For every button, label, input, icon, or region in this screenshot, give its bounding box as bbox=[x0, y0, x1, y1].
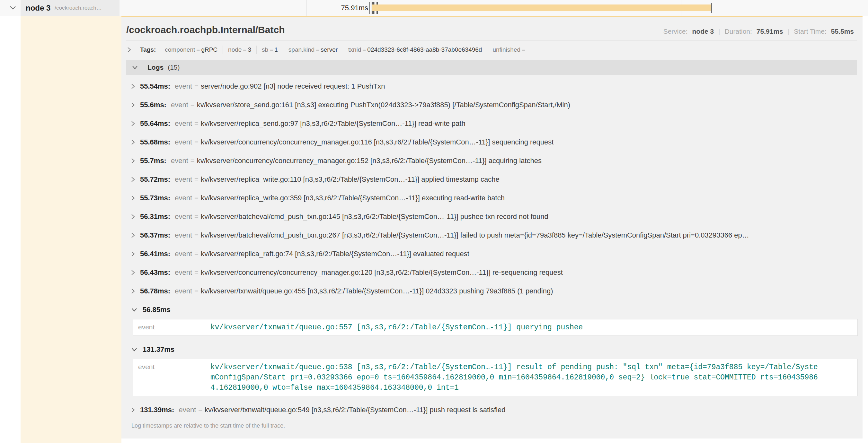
meta-separator: | bbox=[788, 28, 789, 35]
log-entry-collapsed[interactable]: 55.73ms: event = kv/kvserver/replica_wri… bbox=[131, 189, 857, 207]
log-timestamp: 56.37ms: bbox=[140, 231, 170, 239]
chevron-right-icon[interactable] bbox=[131, 213, 135, 220]
duration-value: 75.91ms bbox=[756, 28, 783, 35]
operation-name: /cockroach.roach… bbox=[55, 5, 101, 11]
log-entry-collapsed[interactable]: 131.39ms: event = kv/kvserver/txnwait/qu… bbox=[131, 401, 857, 419]
log-field-key: event bbox=[179, 406, 196, 414]
span-tree-offset[interactable] bbox=[21, 16, 121, 443]
service-label: Service: bbox=[663, 28, 688, 35]
log-entry-collapsed[interactable]: 55.7ms: event = kv/kvserver/concurrency/… bbox=[131, 151, 857, 170]
log-timestamp: 55.72ms: bbox=[140, 175, 170, 183]
chevron-down-icon[interactable] bbox=[131, 308, 138, 312]
tag-item[interactable]: node=3 bbox=[223, 45, 256, 54]
log-entry-collapsed[interactable]: 56.41ms: event = kv/kvserver/replica_raf… bbox=[131, 245, 857, 263]
chevron-right-icon[interactable] bbox=[131, 232, 135, 239]
log-message: kv/kvserver/replica_raft.go:74 [n3,s3,r6… bbox=[201, 250, 469, 258]
logs-count: (15) bbox=[168, 64, 180, 71]
equals-sign: = bbox=[194, 212, 198, 221]
chevron-right-icon[interactable] bbox=[131, 176, 135, 183]
log-entry-expanded-header[interactable]: 56.85ms bbox=[131, 301, 857, 319]
log-field-key: event bbox=[175, 82, 192, 91]
span-detail-panel: /cockroach.roachpb.Internal/Batch Servic… bbox=[121, 16, 863, 439]
chevron-right-icon[interactable] bbox=[131, 269, 135, 276]
tags-accordion[interactable]: Tags: component=gRPC node=3 sb=1 span.ki… bbox=[126, 41, 857, 58]
log-entry-collapsed[interactable]: 55.68ms: event = kv/kvserver/concurrency… bbox=[131, 133, 857, 151]
chevron-right-icon[interactable] bbox=[131, 101, 135, 108]
meta-separator: | bbox=[718, 28, 720, 35]
log-field-key: event bbox=[175, 231, 192, 239]
log-message: kv/kvserver/concurrency/concurrency_mana… bbox=[197, 157, 541, 165]
span-bar-end-marker bbox=[711, 3, 712, 13]
start-time-value: 55.5ms bbox=[831, 28, 854, 35]
tags-label: Tags: bbox=[140, 46, 156, 53]
tag-key: span.kind bbox=[288, 46, 314, 53]
log-field-key: event bbox=[171, 157, 188, 165]
chevron-right-icon[interactable] bbox=[131, 287, 135, 295]
chevron-right-icon[interactable] bbox=[131, 250, 135, 258]
log-event-value: kv/kvserver/txnwait/queue.go:538 [n3,s3,… bbox=[210, 362, 821, 393]
chevron-right-icon[interactable] bbox=[131, 157, 135, 164]
chevron-right-icon[interactable] bbox=[131, 139, 135, 146]
chevron-down-icon[interactable] bbox=[131, 347, 138, 352]
log-entry-collapsed[interactable]: 55.6ms: event = kv/kvserver/store_send.g… bbox=[131, 96, 857, 114]
span-meta: Service: node 3 | Duration: 75.91ms | St… bbox=[663, 28, 857, 35]
logs-accordion-header[interactable]: Logs (15) bbox=[126, 60, 857, 75]
tag-item[interactable]: txnid=024d3323-6c8f-4863-aa8b-37ab0e6349… bbox=[343, 45, 487, 54]
log-entry-collapsed[interactable]: 56.37ms: event = kv/kvserver/batcheval/c… bbox=[131, 226, 857, 245]
tag-item[interactable]: sb=1 bbox=[256, 45, 283, 54]
log-entry-collapsed[interactable]: 56.31ms: event = kv/kvserver/batcheval/c… bbox=[131, 207, 857, 226]
log-field-key: event bbox=[175, 287, 192, 295]
log-entry-collapsed[interactable]: 55.64ms: event = kv/kvserver/replica_sen… bbox=[131, 114, 857, 133]
log-message: kv/kvserver/store_send.go:161 [n3,s3] ex… bbox=[197, 101, 570, 109]
logs-title: Logs bbox=[148, 64, 163, 71]
log-field-key: event bbox=[175, 250, 192, 258]
equals-sign: = bbox=[194, 194, 198, 202]
tag-key: txnid bbox=[348, 46, 361, 53]
log-field-key: event bbox=[133, 322, 210, 331]
log-field-key: event bbox=[175, 268, 192, 277]
tag-item[interactable]: span.kind=server bbox=[283, 45, 343, 54]
log-entry-collapsed[interactable]: 55.54ms: event = server/node.go:902 [n3]… bbox=[131, 77, 857, 96]
equals-sign: = bbox=[194, 287, 198, 295]
service-value: node 3 bbox=[692, 28, 714, 35]
log-message: kv/kvserver/replica_write.go:359 [n3,s3,… bbox=[201, 194, 505, 202]
equals-sign: = bbox=[194, 250, 198, 258]
log-message: kv/kvserver/txnwait/queue.go:455 [n3,s3,… bbox=[201, 287, 553, 295]
chevron-right-icon[interactable] bbox=[131, 195, 135, 202]
tag-value: 1 bbox=[274, 46, 278, 53]
equals-sign: = bbox=[194, 82, 198, 91]
chevron-right-icon[interactable] bbox=[127, 46, 131, 53]
tag-value: 3 bbox=[248, 46, 251, 53]
log-timestamp: 56.41ms: bbox=[140, 250, 170, 258]
span-collapse-chevron-down-icon[interactable] bbox=[9, 5, 17, 10]
tag-item[interactable]: unfinished= bbox=[487, 45, 532, 54]
equals-sign: = bbox=[268, 46, 274, 53]
chevron-right-icon[interactable] bbox=[131, 83, 135, 90]
equals-sign: = bbox=[190, 157, 195, 165]
chevron-down-icon[interactable] bbox=[131, 65, 138, 70]
log-field-key: event bbox=[175, 212, 192, 221]
log-message: kv/kvserver/concurrency/concurrency_mana… bbox=[201, 138, 554, 146]
equals-sign: = bbox=[194, 268, 198, 277]
log-message: kv/kvserver/replica_write.go:110 [n3,s3,… bbox=[201, 175, 499, 183]
chevron-right-icon[interactable] bbox=[131, 406, 135, 413]
log-timestamp: 131.37ms bbox=[143, 345, 175, 354]
tag-item[interactable]: component=gRPC bbox=[160, 45, 223, 54]
log-field-key: event bbox=[175, 175, 192, 183]
log-entry-expanded: 56.85ms event kv/kvserver/txnwait/queue.… bbox=[131, 301, 857, 336]
span-operation-title: /cockroach.roachpb.Internal/Batch bbox=[126, 24, 285, 35]
log-message: kv/kvserver/batcheval/cmd_push_txn.go:26… bbox=[201, 231, 749, 239]
span-name-cell[interactable]: node 3 /cockroach.roach… bbox=[21, 0, 120, 16]
span-row: node 3 /cockroach.roach… 75.91ms bbox=[0, 0, 868, 16]
log-entry-collapsed[interactable]: 55.72ms: event = kv/kvserver/replica_wri… bbox=[131, 170, 857, 189]
span-duration-bar[interactable] bbox=[372, 4, 711, 11]
log-timestamp: 56.85ms bbox=[143, 306, 170, 314]
log-entry-collapsed[interactable]: 56.43ms: event = kv/kvserver/concurrency… bbox=[131, 263, 857, 282]
logs-footer-note: Log timestamps are relative to the start… bbox=[126, 419, 857, 429]
log-entry-expanded-header[interactable]: 131.37ms bbox=[131, 340, 857, 359]
trace-span-view: node 3 /cockroach.roach… 75.91ms /cockro… bbox=[0, 0, 868, 443]
log-marker bbox=[369, 2, 370, 14]
log-entry-collapsed[interactable]: 56.78ms: event = kv/kvserver/txnwait/que… bbox=[131, 282, 857, 301]
log-field-key: event bbox=[175, 194, 192, 202]
chevron-right-icon[interactable] bbox=[131, 120, 135, 127]
